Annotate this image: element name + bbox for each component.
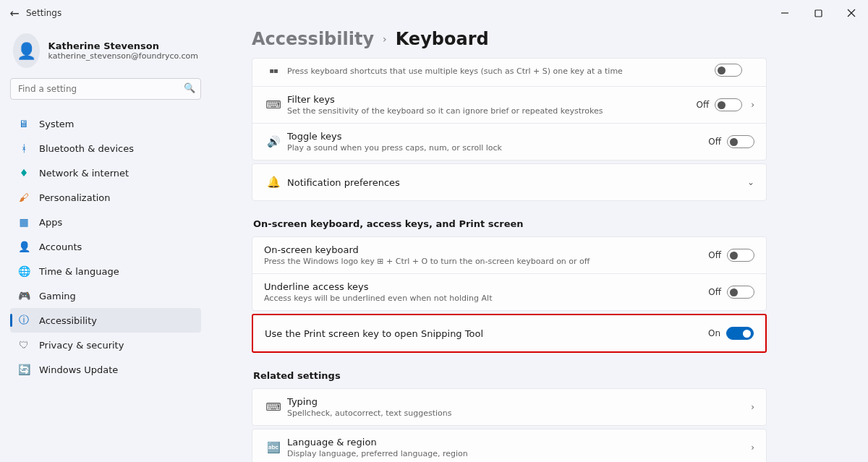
shield-icon: 🛡 [17, 339, 30, 351]
language-icon: 🔤 [264, 441, 283, 454]
chevron-down-icon: ⌄ [747, 177, 754, 187]
avatar[interactable]: 👤 [13, 33, 40, 68]
apps-icon: ▦ [17, 216, 30, 228]
brush-icon: 🖌 [17, 192, 30, 203]
chevron-right-icon: › [383, 33, 387, 45]
nav-network[interactable]: ♦Network & internet [10, 161, 201, 185]
setting-notification-prefs[interactable]: 🔔 Notification preferences ⌄ [252, 164, 766, 200]
search-input[interactable] [10, 78, 201, 100]
page-title: Keyboard [396, 29, 489, 49]
underline-toggle[interactable] [727, 286, 754, 299]
setting-filter-keys[interactable]: ⌨ Filter keys Set the sensitivity of the… [252, 86, 766, 123]
update-icon: 🔄 [17, 364, 30, 375]
keyboard-icon: ⌨ [264, 401, 283, 414]
nav-time[interactable]: 🌐Time & language [10, 259, 201, 283]
monitor-icon: 🖥 [17, 118, 30, 129]
nav-accessibility[interactable]: ⓘAccessibility [10, 308, 201, 333]
sticky-keys-icon: ▪▪ [264, 67, 283, 74]
nav-system[interactable]: 🖥System [10, 111, 201, 136]
nav-apps[interactable]: ▦Apps [10, 210, 201, 234]
maximize-button[interactable] [801, 0, 835, 26]
sound-icon: 🔊 [264, 135, 283, 148]
person-icon: 👤 [17, 241, 30, 252]
profile-name: Katherine Stevenson [48, 40, 198, 51]
link-language-region[interactable]: 🔤 Language & region Display language, pr… [252, 429, 766, 462]
close-button[interactable] [835, 0, 868, 26]
wifi-icon: ♦ [17, 167, 30, 179]
chevron-right-icon: › [751, 442, 754, 453]
accessibility-icon: ⓘ [17, 314, 30, 327]
printscreen-toggle[interactable] [726, 327, 754, 340]
setting-onscreen-keyboard[interactable]: On-screen keyboard Press the Windows log… [252, 237, 766, 273]
filter-keys-toggle[interactable] [715, 98, 742, 111]
bell-icon: 🔔 [264, 176, 283, 189]
nav-gaming[interactable]: 🎮Gaming [10, 283, 201, 308]
gamepad-icon: 🎮 [17, 290, 30, 301]
setting-sticky-keys[interactable]: ▪▪ Press keyboard shortcuts that use mul… [252, 59, 766, 86]
window-title: Settings [26, 8, 61, 18]
setting-underline-keys[interactable]: Underline access keys Access keys will b… [252, 273, 766, 310]
nav-accounts[interactable]: 👤Accounts [10, 234, 201, 259]
section-onscreen: On-screen keyboard, access keys, and Pri… [253, 218, 767, 229]
search-icon: 🔍 [184, 82, 195, 93]
setting-printscreen-snipping[interactable]: Use the Print screen key to open Snippin… [253, 315, 765, 351]
setting-toggle-keys[interactable]: 🔊 Toggle keys Play a sound when you pres… [252, 123, 766, 160]
chevron-right-icon: › [751, 402, 754, 412]
nav-update[interactable]: 🔄Windows Update [10, 357, 201, 382]
profile-email: katherine_stevenson@foundryco.com [48, 51, 198, 61]
minimize-button[interactable] [768, 0, 801, 26]
back-button[interactable]: ← [3, 7, 26, 20]
nav-personalization[interactable]: 🖌Personalization [10, 185, 201, 210]
chevron-right-icon: › [751, 100, 754, 110]
link-typing[interactable]: ⌨ Typing Spellcheck, autocorrect, text s… [252, 389, 766, 425]
osk-toggle[interactable] [727, 249, 754, 262]
keyboard-filter-icon: ⌨ [264, 98, 283, 111]
nav-privacy[interactable]: 🛡Privacy & security [10, 333, 201, 357]
nav-bluetooth[interactable]: ᚼBluetooth & devices [10, 136, 201, 161]
bluetooth-icon: ᚼ [17, 142, 30, 154]
sticky-keys-toggle[interactable] [715, 64, 742, 77]
breadcrumb: Accessibility › Keyboard [252, 29, 767, 49]
svg-rect-1 [815, 10, 822, 17]
globe-icon: 🌐 [17, 265, 30, 277]
section-related: Related settings [253, 370, 767, 381]
toggle-keys-toggle[interactable] [727, 135, 754, 148]
breadcrumb-parent[interactable]: Accessibility [252, 29, 374, 49]
